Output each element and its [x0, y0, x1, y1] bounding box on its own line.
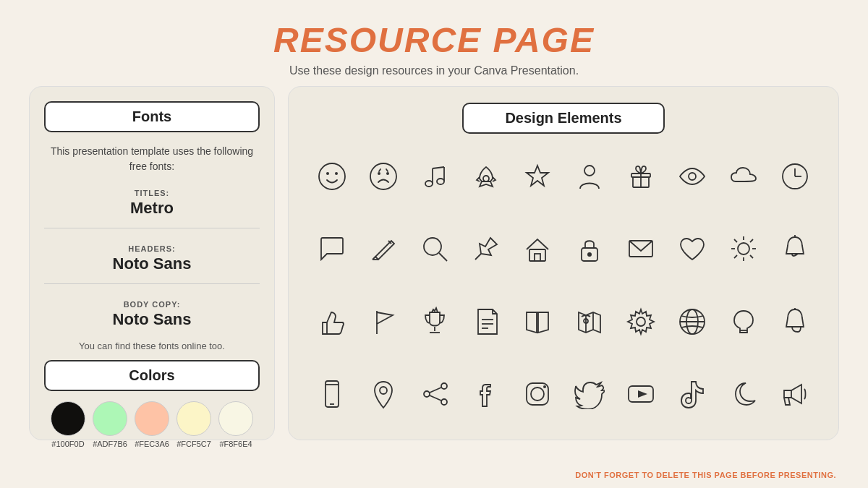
svg-point-0 — [319, 163, 345, 189]
color-circle — [176, 401, 211, 436]
font-entry-headers: HEADERS: Noto Sans — [44, 241, 260, 273]
color-hex-label: #F8F6E4 — [219, 440, 252, 448]
icon-clock — [773, 158, 817, 195]
icon-music — [413, 158, 456, 195]
svg-point-72 — [531, 388, 544, 401]
color-circle — [51, 401, 85, 436]
svg-point-8 — [425, 181, 433, 187]
svg-point-15 — [584, 166, 595, 176]
color-swatch-item: #F8F6E4 — [218, 401, 253, 448]
icon-location — [362, 375, 405, 413]
icon-row-3 — [306, 289, 821, 354]
icon-tiktok — [671, 375, 714, 413]
svg-marker-14 — [527, 166, 548, 186]
fonts-header: Fonts — [44, 101, 260, 132]
font-name-body: Noto Sans — [44, 310, 260, 329]
icon-pencil — [362, 230, 405, 267]
svg-line-6 — [379, 169, 380, 171]
color-hex-label: #100F0D — [51, 440, 84, 448]
colors-header: Colors — [44, 360, 260, 391]
icon-document — [464, 303, 508, 341]
left-panel: Fonts This presentation template uses th… — [29, 86, 275, 440]
font-name-metro: Metro — [44, 199, 260, 218]
icon-lock — [568, 230, 611, 267]
main-content: Fonts This presentation template uses th… — [0, 86, 868, 440]
icon-row-2 — [306, 216, 821, 281]
icon-book — [516, 303, 559, 341]
color-hex-label: #FEC3A6 — [135, 440, 169, 448]
color-swatch-item: #ADF7B6 — [93, 401, 127, 448]
icon-twitter — [568, 375, 611, 413]
colors-section: Colors #100F0D#ADF7B6#FEC3A6#FCF5C7#F8F6… — [44, 360, 260, 448]
fonts-online-note: You can find these fonts online too. — [44, 341, 260, 351]
svg-line-69 — [430, 388, 441, 393]
font-entry-body: BODY COPY: Noto Sans — [44, 297, 260, 329]
svg-point-19 — [689, 173, 696, 180]
icon-phone — [310, 375, 354, 413]
svg-line-27 — [439, 253, 447, 261]
svg-point-65 — [380, 387, 387, 394]
icon-star — [516, 158, 559, 195]
icon-megaphone — [773, 375, 817, 413]
color-circle — [218, 401, 253, 436]
icon-gift — [619, 158, 663, 195]
design-elements-header: Design Elements — [306, 103, 821, 134]
fonts-description: This presentation template uses the foll… — [44, 144, 260, 174]
color-swatches: #100F0D#ADF7B6#FEC3A6#FCF5C7#F8F6E4 — [44, 401, 260, 448]
svg-point-56 — [637, 317, 645, 326]
icon-sad — [362, 158, 405, 195]
icon-thumbsup — [310, 303, 354, 341]
svg-line-42 — [734, 255, 737, 258]
icon-heart — [671, 230, 714, 267]
page-subtitle: Use these design resources in your Canva… — [0, 64, 868, 77]
design-elements-label: Design Elements — [462, 103, 665, 134]
icon-row-4 — [306, 361, 821, 427]
svg-point-26 — [424, 238, 441, 255]
icon-gear — [619, 303, 663, 341]
page-header: RESOURCE PAGE Use these design resources… — [0, 0, 868, 77]
color-circle — [135, 401, 169, 436]
icon-bell — [773, 303, 817, 341]
svg-point-4 — [378, 172, 380, 175]
icon-facebook — [464, 375, 508, 413]
color-swatch-item: #FEC3A6 — [135, 401, 169, 448]
icon-bell-2 — [773, 230, 817, 267]
svg-point-1 — [326, 172, 329, 175]
icon-map — [568, 303, 611, 341]
svg-point-5 — [386, 172, 389, 175]
svg-point-68 — [424, 391, 430, 397]
icon-sun — [722, 230, 765, 267]
icon-trophy — [413, 303, 456, 341]
svg-point-67 — [441, 399, 447, 405]
svg-rect-30 — [535, 254, 540, 261]
footer-note: DON'T FORGET TO DELETE THIS PAGE BEFORE … — [575, 471, 836, 479]
svg-line-7 — [386, 169, 388, 171]
svg-point-66 — [441, 383, 447, 389]
icon-share — [413, 375, 456, 413]
icon-bulb — [722, 303, 765, 341]
svg-marker-75 — [638, 390, 647, 398]
icon-person — [568, 158, 611, 195]
svg-line-40 — [750, 255, 753, 258]
icon-smile — [310, 158, 354, 195]
icon-flag — [362, 303, 405, 341]
icon-moon — [722, 375, 765, 413]
icon-search — [413, 230, 456, 267]
svg-point-34 — [738, 243, 749, 254]
icon-rocket — [464, 158, 508, 195]
svg-line-39 — [734, 239, 737, 242]
svg-point-2 — [335, 172, 338, 175]
icon-eye — [671, 158, 714, 195]
color-hex-label: #FCF5C7 — [176, 440, 211, 448]
icon-youtube — [619, 375, 663, 413]
icon-cloud — [722, 158, 765, 195]
icon-instagram — [516, 375, 559, 413]
page-title: RESOURCE PAGE — [0, 20, 868, 60]
svg-rect-29 — [529, 249, 545, 261]
icons-grid — [306, 144, 821, 427]
icon-chat — [310, 230, 354, 267]
svg-line-41 — [750, 239, 753, 242]
svg-point-32 — [587, 252, 592, 257]
svg-point-3 — [370, 163, 396, 189]
font-label-body: BODY COPY: — [124, 300, 181, 309]
